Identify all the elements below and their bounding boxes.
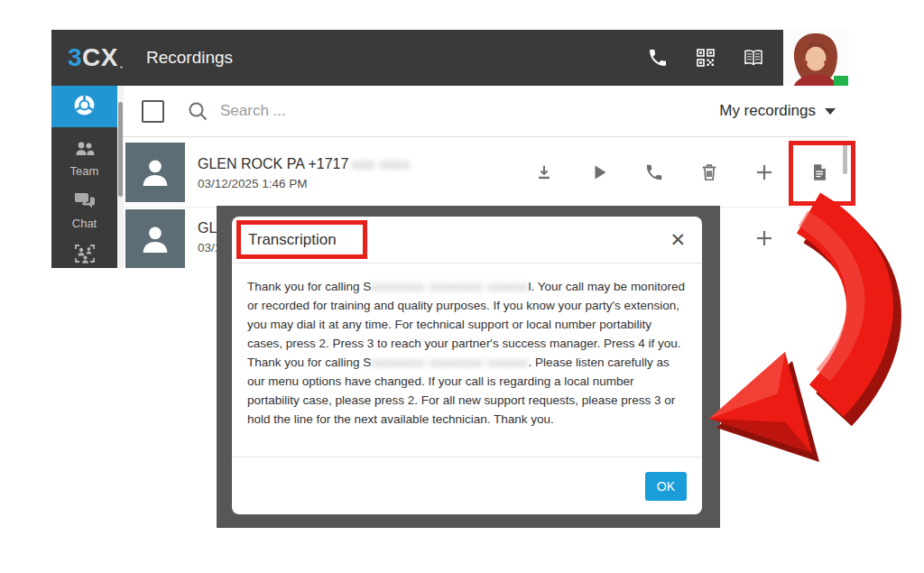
sidebar-item-label: Team [70, 164, 99, 178]
3cx-logo: 3CX [68, 43, 123, 72]
call-icon[interactable] [643, 162, 665, 183]
sidebar-item-meet[interactable] [51, 230, 117, 268]
redacted-phone: xxx xxxx [352, 156, 411, 171]
caller-name-text: GLEN ROCK PA +1717 [198, 156, 348, 172]
caller-name: GLEN ROCK PA +1717xxx xxxx [198, 156, 411, 172]
sidebar-item-team[interactable]: Team [51, 127, 117, 178]
document-icon[interactable] [808, 227, 830, 249]
qr-code-icon[interactable] [694, 46, 717, 69]
filter-label: My recordings [719, 102, 816, 120]
recording-actions [698, 227, 848, 249]
plus-icon[interactable] [753, 162, 775, 183]
recording-row[interactable]: GLEN ROCK PA +1717xxx xxxx 03/12/2025 1:… [124, 137, 848, 208]
page-title: Recordings [146, 48, 233, 68]
logo-part-cx: CX [82, 43, 118, 72]
browser-icon [72, 93, 97, 120]
ok-button[interactable]: OK [645, 472, 687, 501]
plus-icon[interactable] [753, 227, 775, 249]
redacted-company-name: xxxxxxxx xxxxxxxx xxxxxx [371, 280, 528, 293]
logo-part-3: 3 [68, 43, 82, 72]
logo-dot [120, 66, 123, 69]
page: 3CX Recordings [0, 0, 924, 573]
download-icon[interactable] [533, 162, 555, 183]
user-avatar[interactable] [783, 30, 848, 90]
redacted-company-name: xxxxxxxx xxxxxxxx xxxxxx [371, 356, 528, 369]
sidebar: Team Chat [51, 86, 117, 268]
recording-datetime: 03/12/2025 1:46 PM [198, 177, 411, 190]
transcription-segment: Thank you for calling S [247, 280, 371, 293]
list-toolbar: My recordings [124, 86, 848, 137]
annotation-box-transcription-title [236, 220, 367, 259]
sidebar-item-browser[interactable] [51, 86, 117, 127]
select-all-checkbox[interactable] [142, 100, 164, 123]
recordings-filter-dropdown[interactable]: My recordings [719, 102, 836, 120]
header-actions [646, 30, 765, 86]
caller-name-text: GL [198, 220, 217, 236]
app-header: 3CX Recordings [51, 30, 848, 86]
chat-icon [73, 189, 97, 214]
chevron-down-icon [825, 108, 836, 115]
sidebar-scrollbar[interactable] [117, 86, 124, 268]
contact-avatar [125, 209, 185, 268]
annotation-box-document-icon [789, 141, 855, 206]
phone-icon[interactable] [646, 46, 670, 69]
transcription-text: Thank you for calling Sxxxxxxxx xxxxxxxx… [247, 277, 687, 429]
close-icon[interactable]: ✕ [670, 230, 686, 249]
contact-avatar [125, 143, 185, 202]
modal-body: Thank you for calling Sxxxxxxxx xxxxxxxx… [232, 263, 702, 429]
sidebar-scrollbar-thumb[interactable] [118, 102, 123, 197]
meet-icon [73, 242, 97, 268]
transcription-modal: Transcription ✕ Thank you for calling Sx… [232, 217, 702, 514]
search-icon [186, 99, 209, 123]
team-icon [73, 139, 97, 162]
play-icon[interactable] [588, 162, 610, 183]
modal-footer: OK [232, 457, 702, 514]
trash-icon[interactable] [698, 162, 720, 183]
book-icon[interactable] [742, 46, 765, 69]
search-input[interactable] [220, 102, 518, 120]
sidebar-item-label: Chat [72, 217, 97, 230]
recording-info: GLEN ROCK PA +1717xxx xxxx 03/12/2025 1:… [198, 154, 411, 190]
sidebar-item-chat[interactable]: Chat [51, 178, 117, 230]
